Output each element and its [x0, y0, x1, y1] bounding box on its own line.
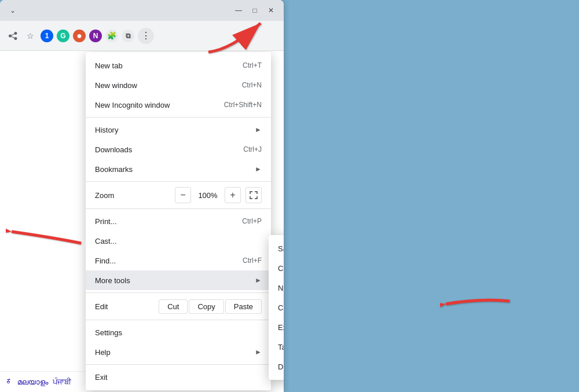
window-controls: — □ ✕	[233, 5, 277, 16]
menu-item-cast[interactable]: Cast...	[86, 231, 271, 251]
menu-divider-4	[86, 292, 271, 293]
menu-divider-3	[86, 208, 271, 209]
menu-item-help[interactable]: Help ►	[86, 342, 271, 362]
tab-dropdown-btn[interactable]: ⌄	[7, 5, 19, 16]
red-arrow-left	[6, 214, 87, 251]
ext-1password[interactable]: 1	[41, 30, 53, 42]
share-icon[interactable]	[6, 29, 20, 43]
menu-item-settings[interactable]: Settings	[86, 323, 271, 342]
menu-item-downloads[interactable]: Downloads Ctrl+J	[86, 140, 271, 159]
zoom-controls: − 100% +	[175, 187, 262, 203]
minimize-btn[interactable]: —	[233, 5, 244, 16]
cut-btn[interactable]: Cut	[159, 299, 188, 314]
red-arrow-right	[440, 284, 515, 321]
submenu-item-dev-tools[interactable]: Developer tools Ctrl+Shift+I	[269, 357, 284, 376]
submenu-item-name-window[interactable]: Name window...	[269, 278, 284, 298]
zoom-row: Zoom − 100% +	[86, 184, 271, 206]
ext-grammarly[interactable]: G	[57, 30, 69, 42]
lang-kannada[interactable]: ಕ	[6, 378, 13, 386]
submenu-item-create-shortcut[interactable]: Create shortcut...	[269, 258, 284, 278]
chrome-menu: New tab Ctrl+T New window Ctrl+N New Inc…	[86, 52, 271, 390]
red-arrow-top	[203, 17, 272, 60]
menu-divider-6	[86, 364, 271, 365]
zoom-fullscreen-btn[interactable]	[245, 187, 262, 203]
menu-divider-5	[86, 320, 271, 320]
menu-item-history[interactable]: History ►	[86, 120, 271, 140]
menu-item-print[interactable]: Print... Ctrl+P	[86, 211, 271, 231]
menu-item-more-tools[interactable]: More tools ►	[86, 270, 271, 290]
close-btn[interactable]: ✕	[265, 5, 277, 16]
paste-btn[interactable]: Paste	[225, 299, 262, 314]
zoom-minus-btn[interactable]: −	[175, 187, 191, 203]
menu-item-find[interactable]: Find... Ctrl+F	[86, 251, 271, 270]
ext-window[interactable]: ⧉	[122, 30, 134, 42]
submenu-item-clear-browsing[interactable]: Clear browsing data... Ctrl+Shift+Del	[269, 298, 284, 317]
ext-puzzle[interactable]: 🧩	[105, 30, 118, 42]
more-tools-submenu: Save page as... Ctrl+S Create shortcut..…	[269, 235, 284, 380]
lang-punjabi[interactable]: ਪੰਜਾਬੀ	[53, 378, 71, 387]
menu-divider-1	[86, 117, 271, 118]
menu-item-new-window[interactable]: New window Ctrl+N	[86, 75, 271, 95]
edit-buttons: Cut Copy Paste	[159, 299, 262, 314]
ext-onenote[interactable]: N	[89, 30, 102, 42]
submenu-item-save-page[interactable]: Save page as... Ctrl+S	[269, 239, 284, 258]
chrome-menu-btn[interactable]: ⋮	[138, 28, 154, 44]
ext-duckduckgo[interactable]: ●	[73, 30, 86, 42]
menu-divider-2	[86, 181, 271, 182]
menu-item-exit[interactable]: Exit	[86, 367, 271, 387]
maximize-btn[interactable]: □	[249, 5, 261, 16]
bookmark-icon[interactable]: ☆	[23, 29, 37, 43]
zoom-plus-btn[interactable]: +	[225, 187, 241, 203]
lang-malayalam[interactable]: മലയാളം	[17, 378, 48, 387]
submenu-item-task-manager[interactable]: Task manager Shift+Esc	[269, 337, 284, 357]
copy-btn[interactable]: Copy	[189, 299, 223, 314]
submenu-item-extensions[interactable]: Extensions	[269, 317, 284, 337]
edit-row: Edit Cut Copy Paste	[86, 295, 271, 317]
menu-item-new-incognito[interactable]: New Incognito window Ctrl+Shift+N	[86, 95, 271, 115]
menu-item-bookmarks[interactable]: Bookmarks ►	[86, 159, 271, 179]
